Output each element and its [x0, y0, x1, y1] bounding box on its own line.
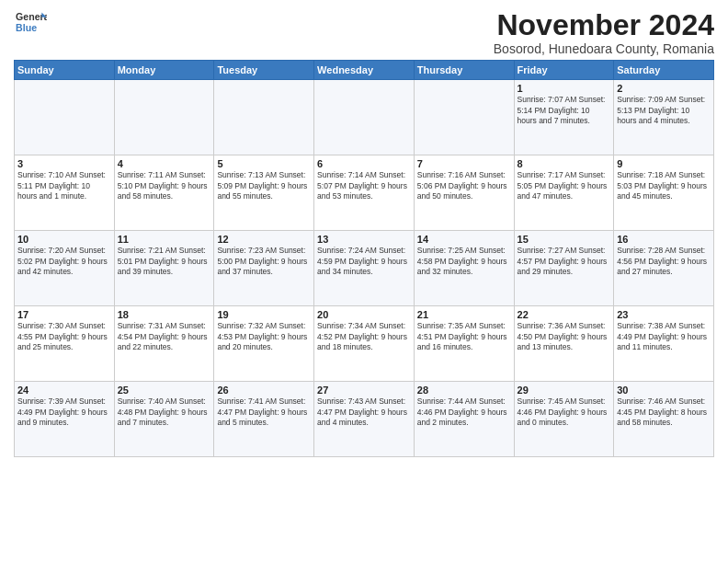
table-row: 1Sunrise: 7:07 AM Sunset: 5:14 PM Daylig…: [514, 80, 614, 155]
day-number: 28: [417, 385, 511, 396]
day-number: 9: [617, 158, 711, 169]
table-row: 24Sunrise: 7:39 AM Sunset: 4:49 PM Dayli…: [15, 382, 115, 457]
day-info: Sunrise: 7:46 AM Sunset: 4:45 PM Dayligh…: [617, 396, 711, 428]
day-number: 21: [417, 309, 511, 320]
day-number: 17: [17, 309, 111, 320]
day-number: 2: [617, 83, 711, 94]
day-number: 26: [217, 385, 311, 396]
table-row: 27Sunrise: 7:43 AM Sunset: 4:47 PM Dayli…: [314, 382, 415, 457]
table-row: 8Sunrise: 7:17 AM Sunset: 5:05 PM Daylig…: [514, 155, 614, 231]
title-block: November 2024 Bosorod, Hunedoara County,…: [494, 9, 714, 56]
table-row: [15, 80, 115, 155]
table-row: [414, 80, 514, 155]
calendar-week-row: 10Sunrise: 7:20 AM Sunset: 5:02 PM Dayli…: [15, 231, 714, 306]
day-info: Sunrise: 7:18 AM Sunset: 5:03 PM Dayligh…: [617, 170, 711, 201]
logo-icon: General Blue: [14, 9, 47, 37]
table-row: 17Sunrise: 7:30 AM Sunset: 4:55 PM Dayli…: [15, 306, 115, 382]
day-number: 7: [417, 158, 511, 169]
location-subtitle: Bosorod, Hunedoara County, Romania: [494, 41, 714, 56]
page-header: General Blue November 2024 Bosorod, Hune…: [14, 9, 714, 56]
month-title: November 2024: [494, 9, 714, 41]
day-info: Sunrise: 7:44 AM Sunset: 4:46 PM Dayligh…: [417, 396, 511, 428]
day-number: 19: [217, 309, 311, 320]
table-row: 18Sunrise: 7:31 AM Sunset: 4:54 PM Dayli…: [114, 306, 214, 382]
table-row: [314, 80, 415, 155]
table-row: 11Sunrise: 7:21 AM Sunset: 5:01 PM Dayli…: [114, 231, 214, 306]
day-info: Sunrise: 7:38 AM Sunset: 4:49 PM Dayligh…: [617, 321, 711, 352]
day-info: Sunrise: 7:21 AM Sunset: 5:01 PM Dayligh…: [118, 246, 211, 277]
calendar-header-row: Sunday Monday Tuesday Wednesday Thursday…: [15, 61, 714, 80]
day-number: 10: [17, 234, 111, 245]
table-row: 30Sunrise: 7:46 AM Sunset: 4:45 PM Dayli…: [614, 382, 714, 457]
day-info: Sunrise: 7:32 AM Sunset: 4:53 PM Dayligh…: [217, 321, 311, 352]
table-row: 4Sunrise: 7:11 AM Sunset: 5:10 PM Daylig…: [114, 155, 214, 231]
day-info: Sunrise: 7:45 AM Sunset: 4:46 PM Dayligh…: [518, 396, 611, 428]
table-row: 22Sunrise: 7:36 AM Sunset: 4:50 PM Dayli…: [514, 306, 614, 382]
table-row: 28Sunrise: 7:44 AM Sunset: 4:46 PM Dayli…: [414, 382, 514, 457]
table-row: 19Sunrise: 7:32 AM Sunset: 4:53 PM Dayli…: [214, 306, 314, 382]
day-number: 24: [17, 385, 111, 396]
table-row: 2Sunrise: 7:09 AM Sunset: 5:13 PM Daylig…: [614, 80, 714, 155]
day-info: Sunrise: 7:34 AM Sunset: 4:52 PM Dayligh…: [317, 321, 411, 352]
logo: General Blue: [14, 9, 47, 37]
day-number: 29: [518, 385, 611, 396]
day-number: 12: [217, 234, 311, 245]
day-number: 4: [118, 158, 211, 169]
table-row: [214, 80, 314, 155]
table-row: 3Sunrise: 7:10 AM Sunset: 5:11 PM Daylig…: [15, 155, 115, 231]
day-info: Sunrise: 7:31 AM Sunset: 4:54 PM Dayligh…: [118, 321, 211, 352]
day-info: Sunrise: 7:07 AM Sunset: 5:14 PM Dayligh…: [518, 95, 611, 126]
table-row: 26Sunrise: 7:41 AM Sunset: 4:47 PM Dayli…: [214, 382, 314, 457]
calendar-week-row: 24Sunrise: 7:39 AM Sunset: 4:49 PM Dayli…: [15, 382, 714, 457]
day-info: Sunrise: 7:11 AM Sunset: 5:10 PM Dayligh…: [118, 170, 211, 201]
day-number: 27: [317, 385, 411, 396]
day-info: Sunrise: 7:23 AM Sunset: 5:00 PM Dayligh…: [217, 246, 311, 277]
table-row: 29Sunrise: 7:45 AM Sunset: 4:46 PM Dayli…: [514, 382, 614, 457]
day-info: Sunrise: 7:20 AM Sunset: 5:02 PM Dayligh…: [17, 246, 111, 277]
day-number: 18: [118, 309, 211, 320]
table-row: 16Sunrise: 7:28 AM Sunset: 4:56 PM Dayli…: [614, 231, 714, 306]
header-sunday: Sunday: [15, 61, 115, 80]
table-row: 21Sunrise: 7:35 AM Sunset: 4:51 PM Dayli…: [414, 306, 514, 382]
table-row: [114, 80, 214, 155]
day-info: Sunrise: 7:16 AM Sunset: 5:06 PM Dayligh…: [417, 170, 511, 201]
day-number: 5: [217, 158, 311, 169]
day-number: 20: [317, 309, 411, 320]
table-row: 14Sunrise: 7:25 AM Sunset: 4:58 PM Dayli…: [414, 231, 514, 306]
table-row: 20Sunrise: 7:34 AM Sunset: 4:52 PM Dayli…: [314, 306, 415, 382]
day-info: Sunrise: 7:17 AM Sunset: 5:05 PM Dayligh…: [518, 170, 611, 201]
day-number: 6: [317, 158, 411, 169]
day-number: 11: [118, 234, 211, 245]
calendar-week-row: 17Sunrise: 7:30 AM Sunset: 4:55 PM Dayli…: [15, 306, 714, 382]
table-row: 15Sunrise: 7:27 AM Sunset: 4:57 PM Dayli…: [514, 231, 614, 306]
day-number: 25: [118, 385, 211, 396]
day-number: 3: [17, 158, 111, 169]
day-info: Sunrise: 7:14 AM Sunset: 5:07 PM Dayligh…: [317, 170, 411, 201]
table-row: 9Sunrise: 7:18 AM Sunset: 5:03 PM Daylig…: [614, 155, 714, 231]
day-info: Sunrise: 7:35 AM Sunset: 4:51 PM Dayligh…: [417, 321, 511, 352]
calendar-week-row: 1Sunrise: 7:07 AM Sunset: 5:14 PM Daylig…: [15, 80, 714, 155]
table-row: 13Sunrise: 7:24 AM Sunset: 4:59 PM Dayli…: [314, 231, 415, 306]
day-info: Sunrise: 7:43 AM Sunset: 4:47 PM Dayligh…: [317, 396, 411, 428]
day-number: 22: [518, 309, 611, 320]
day-info: Sunrise: 7:41 AM Sunset: 4:47 PM Dayligh…: [217, 396, 311, 428]
day-info: Sunrise: 7:40 AM Sunset: 4:48 PM Dayligh…: [118, 396, 211, 428]
day-number: 14: [417, 234, 511, 245]
table-row: 12Sunrise: 7:23 AM Sunset: 5:00 PM Dayli…: [214, 231, 314, 306]
day-number: 1: [518, 83, 611, 94]
header-tuesday: Tuesday: [214, 61, 314, 80]
day-number: 13: [317, 234, 411, 245]
svg-text:Blue: Blue: [16, 22, 37, 33]
table-row: 7Sunrise: 7:16 AM Sunset: 5:06 PM Daylig…: [414, 155, 514, 231]
header-thursday: Thursday: [414, 61, 514, 80]
day-info: Sunrise: 7:36 AM Sunset: 4:50 PM Dayligh…: [518, 321, 611, 352]
day-info: Sunrise: 7:10 AM Sunset: 5:11 PM Dayligh…: [17, 170, 111, 201]
day-info: Sunrise: 7:28 AM Sunset: 4:56 PM Dayligh…: [617, 246, 711, 277]
table-row: 25Sunrise: 7:40 AM Sunset: 4:48 PM Dayli…: [114, 382, 214, 457]
table-row: 5Sunrise: 7:13 AM Sunset: 5:09 PM Daylig…: [214, 155, 314, 231]
day-info: Sunrise: 7:09 AM Sunset: 5:13 PM Dayligh…: [617, 95, 711, 126]
day-number: 15: [518, 234, 611, 245]
table-row: 6Sunrise: 7:14 AM Sunset: 5:07 PM Daylig…: [314, 155, 415, 231]
day-info: Sunrise: 7:13 AM Sunset: 5:09 PM Dayligh…: [217, 170, 311, 201]
table-row: 23Sunrise: 7:38 AM Sunset: 4:49 PM Dayli…: [614, 306, 714, 382]
